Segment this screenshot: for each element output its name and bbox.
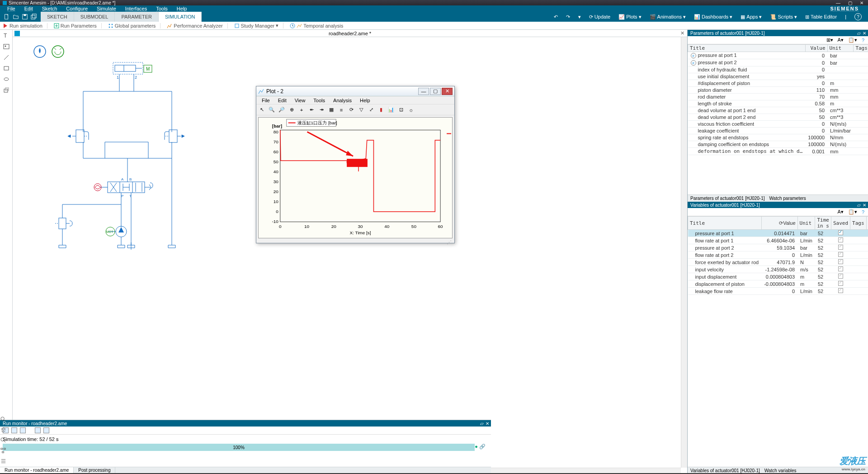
param-row[interactable]: dead volume at port 1 end50cm**3dead1 (688, 107, 868, 114)
tab-submodel[interactable]: SUBMODEL (74, 12, 115, 22)
panel-help-icon[interactable]: ? (862, 38, 864, 43)
plot-window[interactable]: Plot - 2 — ▢ ✕ File Edit View Tools Anal… (256, 86, 455, 243)
close-button[interactable]: ✕ (858, 0, 865, 5)
help-icon[interactable]: ? (854, 13, 862, 20)
settings-icon[interactable]: ☼ (407, 106, 415, 114)
panel-undock-icon[interactable]: ▱ (857, 203, 861, 208)
variables-table[interactable]: Title ⟳Value Unit Time in s Saved Tags S… (688, 216, 868, 295)
stats-icon[interactable]: 📊 (387, 106, 395, 114)
rect-tool-icon[interactable] (3, 65, 9, 71)
var-row[interactable]: pressure at port 259.1034bar52 (688, 244, 868, 251)
vcol-title[interactable]: Title (688, 217, 762, 230)
tab-sketch[interactable]: SKETCH (41, 12, 74, 22)
dock-stop-icon[interactable] (20, 427, 26, 433)
grid-icon[interactable]: ▦ (328, 106, 335, 114)
dock-undock-icon[interactable]: ▱ (480, 421, 484, 426)
menu-simulate[interactable]: Simulate (92, 6, 121, 11)
param-row[interactable]: #pressure at port 10barp1 (688, 52, 868, 59)
copy-icon[interactable]: 📋▾ (848, 209, 857, 215)
fit-icon[interactable]: ⊡ (397, 106, 405, 114)
cursor-icon[interactable]: ↖ (258, 106, 265, 114)
undo-button[interactable]: ↶ (554, 14, 558, 20)
menu-interfaces[interactable]: Interfaces (121, 6, 151, 11)
var-row[interactable]: displacement of piston-0.000804803m52 (688, 280, 868, 288)
ellipse-tool-icon[interactable] (3, 76, 9, 82)
vcol-save[interactable]: Save (866, 217, 868, 230)
param-row[interactable]: deformation on endstops at which d…0.001… (688, 148, 868, 155)
document-close-button[interactable]: ✕ (680, 30, 684, 36)
crosshair-icon[interactable]: + (298, 106, 305, 114)
plot-resize-grip-icon[interactable]: ⋰ (447, 240, 452, 246)
var-row[interactable]: flow rate at port 16.46604e-06L/min52 (688, 237, 868, 244)
dock-play-icon[interactable] (11, 427, 17, 433)
menu-tools[interactable]: Tools (151, 6, 172, 11)
run-simulation-button[interactable]: Run simulation (3, 23, 47, 28)
table-options-icon[interactable]: ⊞▾ (826, 37, 833, 43)
zoom-out-icon[interactable]: 🔎 (278, 106, 285, 114)
update-button[interactable]: ⟳ Update (589, 14, 610, 20)
col-value[interactable]: Value (805, 45, 827, 52)
param-row[interactable]: spring rate at endstops100000N/mmk (688, 134, 868, 141)
save-file-icon[interactable] (22, 14, 28, 20)
document-tab-label[interactable]: roadheader2.ame * (329, 31, 371, 36)
var-status-tab2[interactable]: Watch variables (764, 468, 801, 473)
font-options-icon[interactable]: A▾ (838, 37, 844, 43)
line-tool-icon[interactable] (3, 54, 9, 61)
param-row[interactable]: piston diameter110mmdiamp (688, 87, 868, 94)
animations-button[interactable]: 🎬 Animations ▾ (650, 14, 686, 20)
plot-menu-tools[interactable]: Tools (310, 97, 329, 104)
image-tool-icon[interactable] (3, 43, 9, 50)
open-file-icon[interactable] (13, 14, 19, 20)
run-parameters-button[interactable]: Run Parameters (54, 23, 102, 28)
plot-menu-help[interactable]: Help (356, 97, 374, 104)
menu-configure[interactable]: Configure (61, 6, 92, 11)
param-row[interactable]: leakage coefficient0L/min/barleak (688, 128, 868, 134)
param-row[interactable]: use initial displacementyesusedispl (688, 73, 868, 80)
maximize-button[interactable]: ▢ (846, 0, 854, 5)
temporal-analysis-button[interactable]: Temporal analysis (290, 23, 348, 28)
param-row[interactable]: damping coefficient on endstops100000N/(… (688, 141, 868, 148)
vcol-saved[interactable]: Saved (831, 217, 850, 230)
plot-menu-view[interactable]: View (291, 97, 309, 104)
tree-icon[interactable] (0, 448, 6, 454)
dock-close-icon[interactable]: ✕ (486, 421, 489, 426)
var-row[interactable]: pressure at port 10.014471bar52 (688, 230, 868, 237)
plot-minimize-button[interactable]: — (418, 88, 429, 95)
plot-area[interactable]: 液压缸1口压力 [bar] [bar] -100 1020 3040 5060 … (258, 117, 453, 238)
menu-sketch[interactable]: Sketch (38, 6, 62, 11)
menu-edit[interactable]: Edit (20, 6, 38, 11)
panel-undock-icon[interactable]: ▱ (857, 31, 861, 36)
vcol-value[interactable]: ⟳Value (761, 217, 797, 230)
param-row[interactable]: length of stroke0.58mstroke (688, 100, 868, 107)
param-row[interactable]: #pressure at port 20barp2 (688, 59, 868, 66)
zoom-in-icon[interactable]: 🔍 (268, 106, 275, 114)
plot-menu-edit[interactable]: Edit (274, 97, 290, 104)
redo-button[interactable]: ↷ (566, 14, 570, 20)
plot-titlebar[interactable]: Plot - 2 — ▢ ✕ (256, 86, 454, 96)
pan-icon[interactable]: ⊕ (288, 106, 295, 114)
var-row[interactable]: input velocity-1.24598e-08m/s52 (688, 266, 868, 273)
vcol-unit[interactable]: Unit (797, 217, 815, 230)
global-parameters-button[interactable]: Global parameters (108, 23, 161, 28)
param-status-tab2[interactable]: Watch parameters (769, 196, 811, 201)
plot-menu-file[interactable]: File (258, 97, 274, 104)
bar-icon[interactable]: ▮ (377, 106, 385, 114)
performance-analyzer-button[interactable]: Performance Analyzer (167, 23, 227, 28)
layers-icon[interactable] (0, 427, 6, 433)
table-editor-button[interactable]: ⊞ Table Editor (805, 14, 837, 20)
study-manager-button[interactable]: Study Manager ▾ (234, 23, 284, 28)
param-status-tab[interactable]: Parameters of actuator001 [HJ020-1] (690, 196, 769, 201)
search-icon[interactable] (0, 417, 6, 422)
panel-close-icon[interactable]: ✕ (863, 31, 866, 36)
dock-log-icon[interactable] (43, 427, 49, 433)
plot-close-button[interactable]: ✕ (442, 88, 453, 95)
panel-help-icon[interactable]: ? (862, 209, 864, 215)
dock-plot-icon[interactable] (35, 427, 41, 433)
param-row[interactable]: #displacement of piston0mxact0 (688, 80, 868, 87)
plot-maximize-button[interactable]: ▢ (430, 88, 441, 95)
marker-icon[interactable]: ▽ (358, 106, 365, 114)
var-row[interactable]: flow rate at port 20L/min52 (688, 251, 868, 259)
col-unit[interactable]: Unit (827, 45, 854, 52)
panel-close-icon[interactable]: ✕ (863, 203, 866, 208)
tab-parameter[interactable]: PARAMETER (115, 12, 159, 22)
